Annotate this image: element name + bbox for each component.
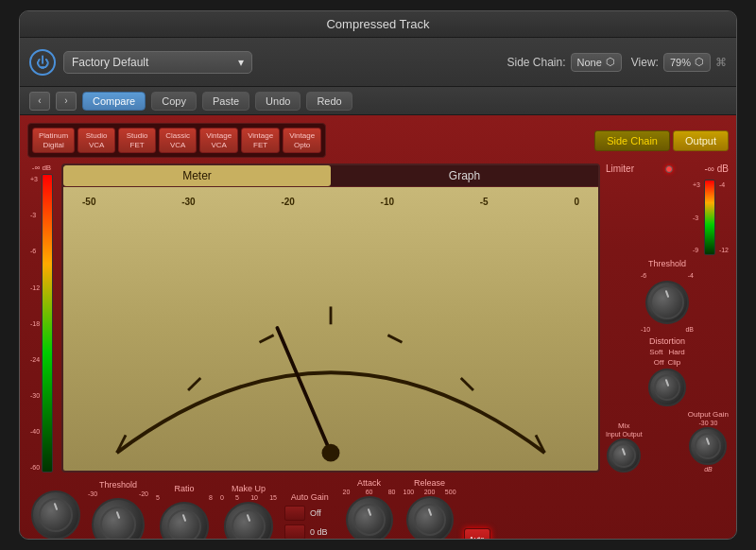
forward-button[interactable]: › — [56, 92, 77, 111]
a-80: 80 — [388, 489, 396, 495]
makeup-knob[interactable] — [224, 502, 273, 540]
release-group: Release 100 200 500 20 ms 1k 2k 5k — [404, 478, 456, 540]
release-knob[interactable] — [406, 496, 454, 540]
power-button[interactable]: ⏻ — [29, 49, 56, 76]
chevron-right-icon: › — [64, 95, 67, 106]
paste-button[interactable]: Paste — [202, 92, 249, 111]
auto-gain-0db-button[interactable] — [284, 524, 305, 540]
meter-tab[interactable]: Meter — [63, 165, 331, 186]
input-gain-knob[interactable] — [31, 490, 80, 540]
mix-knob[interactable] — [607, 438, 641, 473]
right-og-db: dB — [704, 466, 713, 473]
meter-tab-label: Meter — [182, 169, 212, 182]
thresh-minus6: -6 — [641, 272, 646, 279]
graph-tab[interactable]: Graph — [331, 165, 598, 186]
soft-label: Soft — [649, 348, 662, 356]
output-out-button[interactable]: Output — [673, 130, 729, 151]
threshold-main-knob-inner — [100, 507, 136, 540]
threshold-scale-top2: -30 -20 — [88, 490, 148, 497]
view-dropdown[interactable]: 79% ⬡ — [663, 53, 711, 72]
model-btn-studio-fet[interactable]: StudioFET — [118, 128, 156, 153]
ratio-knob[interactable] — [160, 502, 209, 540]
model-btn-vintage-fet[interactable]: VintageFET — [241, 128, 280, 153]
copy-button[interactable]: Copy — [151, 92, 197, 111]
label-plus3: +3 — [30, 176, 40, 182]
dist-clip-label: Clip — [667, 358, 680, 367]
chevron-down-icon: ▾ — [238, 56, 244, 69]
right-output-gain-knob-inner — [695, 433, 721, 459]
main-panel: PlatinumDigital StudioVCA StudioFET Clas… — [20, 115, 736, 540]
sidechain-dropdown[interactable]: None ⬡ — [571, 53, 622, 72]
preset-dropdown[interactable]: Factory Default ▾ — [63, 51, 252, 74]
sidechain-row: Side Chain: None ⬡ — [507, 53, 621, 72]
link-icon[interactable]: ⌘ — [715, 56, 727, 69]
attack-knob-inner — [353, 504, 386, 536]
graph-tab-label: Graph — [449, 169, 480, 182]
undo-button[interactable]: Undo — [255, 92, 301, 111]
release-label: Release — [414, 478, 445, 488]
output-out-label: Output — [685, 135, 716, 146]
threshold-label: Threshold — [99, 480, 137, 490]
sidechain-out-label: Side Chain — [607, 135, 658, 146]
model-btn-classic-vca[interactable]: ClassicVCA — [159, 128, 197, 153]
input-meter-section: -∞ dB +3 -3 -6 -12 -18 -24 -30 -40 -60 — [27, 163, 56, 473]
auto-gain-0db-row: 0 dB — [284, 524, 328, 540]
makeup-label: Make Up — [232, 484, 266, 493]
right-threshold-label: Threshold — [606, 259, 729, 268]
makeup-group: Make Up 0 5 10 15 -18 -30 40 dB — [220, 484, 277, 540]
auto-gain-off-button[interactable] — [284, 506, 305, 521]
toolbar-row2: ‹ › Compare Copy Paste Undo Redo — [20, 87, 736, 115]
model-btn-platinum-digital[interactable]: PlatinumDigital — [32, 128, 75, 153]
label-minus6: -6 — [30, 248, 40, 254]
limiter-label: Limiter — [606, 163, 634, 174]
svg-line-7 — [277, 328, 331, 453]
label-minus24: -24 — [30, 356, 40, 363]
rel-200: 200 — [424, 489, 436, 495]
og-30: 30 — [711, 420, 718, 426]
back-button[interactable]: ‹ — [29, 92, 50, 111]
vu-tabs: Meter Graph — [63, 165, 598, 187]
bottom-knobs-row: Input Gain -30 dB 30 Threshold -30 -20 — [27, 478, 729, 540]
threshold-knob[interactable] — [645, 281, 689, 324]
distortion-knob-area: Off Clip — [648, 358, 686, 406]
chevron-left-icon: ‹ — [38, 95, 41, 106]
auto-release-button[interactable]: Auto — [464, 528, 490, 540]
copy-label: Copy — [162, 95, 186, 107]
right-output-gain-group: Output Gain -30 30 dB — [688, 410, 729, 473]
view-label: View: — [631, 56, 659, 69]
main-window: Compressed Track ⏻ Factory Default ▾ Sid… — [19, 10, 737, 540]
thresh-db: dB — [685, 326, 694, 333]
vu-arc-svg — [63, 187, 598, 471]
attack-group: Attack 20 60 80 10 8 ms 180 200 — [343, 478, 396, 540]
attack-knob[interactable] — [346, 496, 393, 540]
right-output-gain-knob[interactable] — [689, 427, 727, 465]
redo-button[interactable]: Redo — [306, 92, 352, 111]
vu-display: -50 -30 -20 -10 -5 0 — [63, 187, 598, 471]
distortion-section: Distortion Soft Hard Off Clip — [606, 336, 729, 406]
auto-gain-group: Auto Gain Off 0 dB -12 dB — [284, 492, 335, 540]
label-minus3: -3 — [30, 212, 40, 218]
model-btn-studio-vca[interactable]: StudioVCA — [77, 128, 115, 153]
compare-button[interactable]: Compare — [82, 92, 146, 111]
sidechain-out-button[interactable]: Side Chain — [594, 130, 670, 151]
mix-sub-labels: Input Output — [606, 431, 643, 438]
svg-point-8 — [322, 444, 340, 462]
sidechain-value: None — [577, 57, 602, 68]
model-btn-vintage-opto[interactable]: VintageOpto — [283, 128, 321, 153]
model-btn-vintage-vca[interactable]: VintageVCA — [199, 128, 238, 153]
view-row: View: 79% ⬡ ⌘ — [631, 53, 727, 72]
svg-line-4 — [387, 335, 402, 343]
mix-output-row: Mix Input Output Output Gain -30 — [606, 410, 729, 473]
input-meter-container: +3 -3 -6 -12 -18 -24 -30 -40 -60 — [30, 174, 53, 473]
t-minus30: -30 — [88, 490, 97, 497]
svg-line-5 — [461, 378, 473, 390]
label-minus40: -40 — [30, 428, 40, 435]
r-label-minus4: -4 — [719, 181, 729, 188]
rel-500: 500 — [445, 489, 456, 495]
threshold-main-knob[interactable] — [92, 498, 145, 540]
ratio-label: Ratio — [174, 484, 194, 493]
attack-scale-top: 20 60 80 — [343, 489, 396, 495]
redo-label: Redo — [317, 95, 341, 107]
full-panel: -∞ dB +3 -3 -6 -12 -18 -24 -30 -40 -60 — [27, 163, 729, 473]
distortion-knob[interactable] — [648, 369, 686, 406]
